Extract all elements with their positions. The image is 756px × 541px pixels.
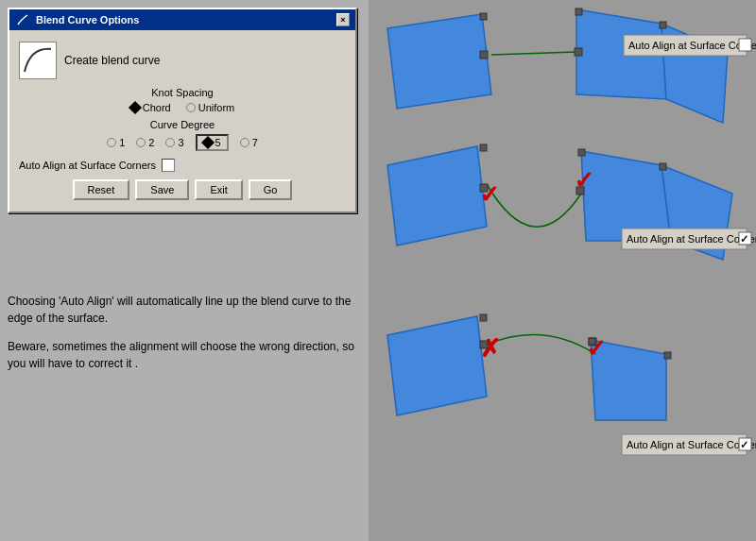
degree-3-radio xyxy=(165,138,175,147)
dialog-close-button[interactable]: × xyxy=(336,13,350,26)
svg-rect-20 xyxy=(480,144,487,151)
degree-2-label: 2 xyxy=(148,137,154,148)
degree-1-label: 1 xyxy=(119,137,125,148)
go-button[interactable]: Go xyxy=(249,179,293,200)
svg-rect-7 xyxy=(480,13,487,20)
svg-marker-14 xyxy=(581,151,671,241)
svg-rect-34 xyxy=(589,338,595,345)
blend-curve-dialog: Blend Curve Options × Create blend curve… xyxy=(8,8,357,213)
svg-rect-9 xyxy=(660,22,666,28)
degree-2-radio xyxy=(136,138,146,147)
svg-marker-2 xyxy=(387,14,491,109)
svg-text:Auto Align at Surface Corners: Auto Align at Surface Corners xyxy=(627,233,756,245)
svg-rect-12 xyxy=(739,39,751,51)
degree-1[interactable]: 1 xyxy=(107,137,125,148)
chord-radio-selected-icon xyxy=(129,101,142,114)
degree-2[interactable]: 2 xyxy=(136,137,154,148)
degree-5-diamond-icon xyxy=(200,136,214,149)
dialog-titlebar: Blend Curve Options × xyxy=(9,9,355,30)
degree-7-radio xyxy=(240,138,249,147)
knot-spacing-label: Knot Spacing xyxy=(19,87,346,98)
curve-preview-icon xyxy=(19,42,57,79)
dialog-title-text: Blend Curve Options xyxy=(36,14,139,25)
svg-rect-5 xyxy=(480,51,488,59)
svg-text:Auto Align at Surface Corners: Auto Align at Surface Corners xyxy=(627,439,756,450)
reset-button[interactable]: Reset xyxy=(73,179,130,200)
knot-spacing-radio-group: Chord Uniform xyxy=(19,102,346,113)
svg-rect-22 xyxy=(660,163,666,170)
save-button[interactable]: Save xyxy=(135,179,189,200)
degree-options: 1 2 3 5 7 xyxy=(19,134,346,151)
right-panel: Auto Align at Surface Corners ✓ ✓ Auto A… xyxy=(369,0,756,541)
degree-7-label: 7 xyxy=(252,137,258,148)
dialog-body: Create blend curve Knot Spacing Chord Un… xyxy=(9,30,355,211)
description-area: Choosing 'Auto Align' will automatically… xyxy=(8,293,357,383)
curve-degree-label: Curve Degree xyxy=(19,119,346,130)
chord-radio-item[interactable]: Chord xyxy=(130,102,171,113)
auto-align-checkbox[interactable] xyxy=(162,159,175,172)
svg-text:✓: ✓ xyxy=(740,439,748,450)
create-blend-section: Create blend curve xyxy=(19,38,346,87)
degree-5-label: 5 xyxy=(215,137,221,148)
svg-rect-33 xyxy=(480,314,487,321)
dialog-icon xyxy=(15,12,30,27)
exit-button[interactable]: Exit xyxy=(195,179,242,200)
svg-rect-35 xyxy=(664,352,671,359)
uniform-radio-item[interactable]: Uniform xyxy=(186,102,235,113)
svg-rect-8 xyxy=(576,8,582,15)
svg-rect-6 xyxy=(575,48,582,56)
degree-3-label: 3 xyxy=(178,137,183,148)
uniform-label: Uniform xyxy=(198,102,235,113)
knot-spacing-group: Knot Spacing Chord Uniform xyxy=(19,87,346,113)
svg-rect-21 xyxy=(578,149,585,156)
scene-svg: Auto Align at Surface Corners ✓ ✓ Auto A… xyxy=(369,0,756,541)
svg-text:✓: ✓ xyxy=(740,233,748,245)
degree-3[interactable]: 3 xyxy=(165,137,183,148)
svg-rect-18 xyxy=(480,184,488,192)
dialog-title-group: Blend Curve Options xyxy=(15,12,139,27)
svg-rect-19 xyxy=(576,187,584,194)
button-row: Reset Save Exit Go xyxy=(19,179,346,204)
svg-text:Auto Align at Surface Corners: Auto Align at Surface Corners xyxy=(628,40,756,51)
degree-1-radio xyxy=(107,138,116,147)
curve-degree-group: Curve Degree 1 2 3 5 xyxy=(19,119,346,151)
chord-label: Chord xyxy=(143,102,171,113)
degree-5-selected[interactable]: 5 xyxy=(196,134,229,151)
auto-align-row: Auto Align at Surface Corners xyxy=(19,159,346,172)
description-para2: Beware, sometimes the alignment will cho… xyxy=(8,338,357,372)
uniform-radio-icon xyxy=(186,103,196,112)
auto-align-label: Auto Align at Surface Corners xyxy=(19,160,156,171)
create-blend-label: Create blend curve xyxy=(64,54,160,67)
svg-rect-31 xyxy=(480,341,488,348)
description-para1: Choosing 'Auto Align' will automatically… xyxy=(8,293,357,327)
degree-7[interactable]: 7 xyxy=(240,137,258,148)
